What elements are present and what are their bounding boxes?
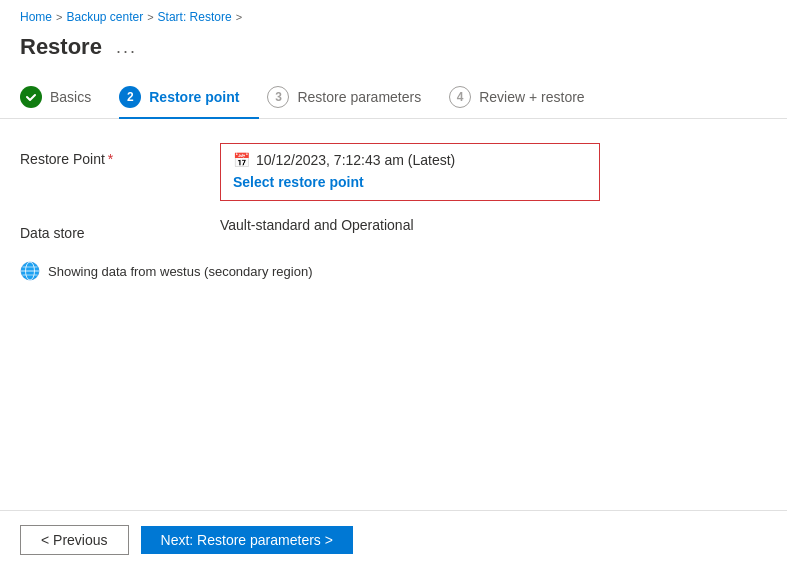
breadcrumb-sep-2: >: [147, 11, 153, 23]
page-header: Restore ...: [0, 30, 787, 76]
restore-point-field: 📅 10/12/2023, 7:12:43 am (Latest) Select…: [220, 143, 767, 201]
tab-review-restore[interactable]: 4 Review + restore: [449, 76, 604, 118]
tab-2-label: Restore point: [149, 89, 239, 105]
breadcrumb-sep-1: >: [56, 11, 62, 23]
breadcrumb-backup-center[interactable]: Backup center: [66, 10, 143, 24]
breadcrumb-home[interactable]: Home: [20, 10, 52, 24]
breadcrumb-start-restore[interactable]: Start: Restore: [158, 10, 232, 24]
data-store-field: Vault-standard and Operational: [220, 217, 767, 233]
breadcrumb-sep-3: >: [236, 11, 242, 23]
region-text: Showing data from westus (secondary regi…: [48, 264, 312, 279]
tab-2-circle: 2: [119, 86, 141, 108]
region-info: Showing data from westus (secondary regi…: [20, 261, 767, 281]
restore-point-row: Restore Point * 📅 10/12/2023, 7:12:43 am…: [20, 143, 767, 201]
main-content: Restore Point * 📅 10/12/2023, 7:12:43 am…: [0, 143, 787, 281]
tab-restore-parameters[interactable]: 3 Restore parameters: [267, 76, 441, 118]
restore-point-label: Restore Point *: [20, 143, 180, 167]
calendar-icon: 📅: [233, 152, 250, 168]
page-title: Restore: [20, 34, 102, 60]
tab-basics[interactable]: Basics: [20, 76, 111, 118]
breadcrumb: Home > Backup center > Start: Restore >: [0, 0, 787, 30]
restore-point-value-row: 📅 10/12/2023, 7:12:43 am (Latest): [233, 152, 587, 168]
tab-restore-point[interactable]: 2 Restore point: [119, 76, 259, 118]
tab-4-circle: 4: [449, 86, 471, 108]
tabs-bar: Basics 2 Restore point 3 Restore paramet…: [0, 76, 787, 119]
restore-point-datetime: 10/12/2023, 7:12:43 am (Latest): [256, 152, 455, 168]
page-menu-button[interactable]: ...: [112, 37, 141, 58]
select-restore-point-link[interactable]: Select restore point: [233, 174, 364, 190]
data-store-row: Data store Vault-standard and Operationa…: [20, 217, 767, 241]
required-star: *: [108, 151, 113, 167]
tab-3-circle: 3: [267, 86, 289, 108]
tab-1-circle: [20, 86, 42, 108]
restore-point-box: 📅 10/12/2023, 7:12:43 am (Latest) Select…: [220, 143, 600, 201]
data-store-value: Vault-standard and Operational: [220, 209, 414, 233]
tab-1-label: Basics: [50, 89, 91, 105]
globe-icon: [20, 261, 40, 281]
tab-4-label: Review + restore: [479, 89, 584, 105]
data-store-label: Data store: [20, 217, 180, 241]
tab-3-label: Restore parameters: [297, 89, 421, 105]
next-button[interactable]: Next: Restore parameters >: [141, 526, 353, 554]
previous-button[interactable]: < Previous: [20, 525, 129, 555]
footer: < Previous Next: Restore parameters >: [0, 510, 787, 569]
